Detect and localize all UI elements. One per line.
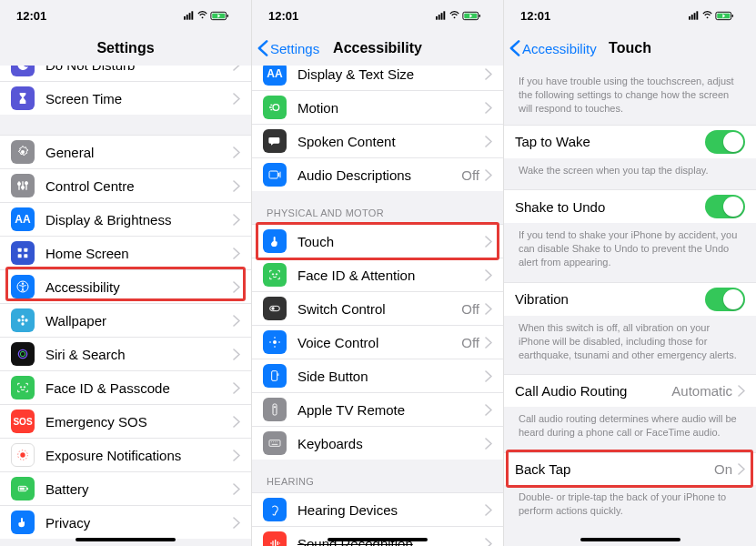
svg-rect-41 <box>273 404 277 415</box>
svg-point-25 <box>20 387 21 388</box>
back-button[interactable]: Accessibility <box>509 40 597 56</box>
chevron-right-icon <box>485 68 492 80</box>
accessibility-list[interactable]: AA Display & Text Size Motion Spoken Con… <box>252 56 503 546</box>
section-header-physical: PHYSICAL AND MOTOR <box>252 191 503 224</box>
row-siri-search[interactable]: Siri & Search <box>0 338 251 371</box>
row-label: Back Tap <box>515 461 714 477</box>
toggle-on[interactable] <box>705 195 745 218</box>
row-battery[interactable]: Battery <box>0 472 251 506</box>
svg-rect-36 <box>270 306 280 310</box>
chevron-right-icon <box>485 136 492 147</box>
row-sound-recognition[interactable]: Sound Recognition <box>252 527 503 546</box>
chevron-right-icon <box>485 236 492 248</box>
row-apple-tv-remote[interactable]: Apple TV Remote <box>252 393 503 427</box>
row-display-brightness[interactable]: AA Display & Brightness <box>0 203 251 237</box>
row-screen-time[interactable]: Screen Time <box>0 82 251 115</box>
svg-point-17 <box>22 282 24 284</box>
row-voice-control[interactable]: Voice Control Off <box>252 326 503 359</box>
row-label: Emergency SOS <box>45 414 233 430</box>
row-value: Off <box>461 301 479 317</box>
row-call-audio-routing[interactable]: Call Audio Routing Automatic <box>504 374 756 407</box>
back-button[interactable]: Settings <box>257 40 319 56</box>
speech-icon <box>263 129 287 153</box>
ear-icon <box>263 498 287 521</box>
touch-screen: 12:01 Accessibility Touch If you have tr… <box>504 0 756 546</box>
svg-point-34 <box>272 274 273 275</box>
row-side-button[interactable]: Side Button <box>252 359 503 393</box>
row-touch[interactable]: Touch <box>252 224 503 258</box>
settings-list[interactable]: Do Not Disturb Screen Time General Contr… <box>0 47 251 546</box>
row-label: Exposure Notifications <box>45 448 233 463</box>
svg-rect-33 <box>269 171 277 178</box>
status-time: 12:01 <box>268 9 298 23</box>
footer-shake-undo: If you tend to shake your iPhone by acci… <box>504 223 756 277</box>
svg-point-10 <box>22 187 25 189</box>
faceid-icon <box>263 263 287 287</box>
status-bar: 12:01 <box>0 0 251 31</box>
row-keyboards[interactable]: Keyboards <box>252 427 503 460</box>
svg-point-18 <box>22 319 25 322</box>
chevron-right-icon <box>233 93 240 105</box>
exposure-icon <box>11 443 35 467</box>
svg-point-9 <box>18 183 21 186</box>
chevron-right-icon <box>233 382 240 394</box>
accessibility-icon <box>11 275 35 298</box>
svg-rect-30 <box>27 488 28 490</box>
row-label: Apple TV Remote <box>297 402 485 418</box>
row-shake-to-undo[interactable]: Shake to Undo <box>504 189 756 223</box>
intro-text: If you have trouble using the touchscree… <box>504 66 756 125</box>
chevron-right-icon <box>485 303 492 315</box>
row-general[interactable]: General <box>0 135 251 169</box>
row-label: Accessibility <box>45 279 233 295</box>
svg-rect-12 <box>18 248 22 252</box>
svg-point-42 <box>274 406 276 408</box>
row-audio-descriptions[interactable]: Audio Descriptions Off <box>252 158 503 191</box>
wave-icon <box>263 531 287 546</box>
chevron-right-icon <box>485 370 492 382</box>
status-time: 12:01 <box>16 9 46 23</box>
row-home-screen[interactable]: Home Screen <box>0 237 251 270</box>
motion-icon <box>263 96 287 119</box>
row-exposure-notifications[interactable]: Exposure Notifications <box>0 439 251 472</box>
nav-bar: Accessibility Touch <box>504 31 756 66</box>
chevron-right-icon <box>485 102 492 114</box>
voice-icon <box>263 330 287 354</box>
status-icons <box>436 10 487 21</box>
row-emergency-sos[interactable]: SOS Emergency SOS <box>0 405 251 439</box>
sliders-icon <box>11 174 35 197</box>
row-hearing-devices[interactable]: Hearing Devices <box>252 492 503 527</box>
hourglass-icon <box>11 86 35 110</box>
row-wallpaper[interactable]: Wallpaper <box>0 304 251 338</box>
row-vibration[interactable]: Vibration <box>504 282 756 316</box>
row-spoken-content[interactable]: Spoken Content <box>252 125 503 158</box>
chevron-left-icon <box>257 40 268 56</box>
svg-rect-15 <box>24 254 27 258</box>
row-tap-to-wake[interactable]: Tap to Wake <box>504 125 756 158</box>
row-privacy[interactable]: Privacy <box>0 506 251 539</box>
home-indicator[interactable] <box>76 538 176 541</box>
row-faceid-attention[interactable]: Face ID & Attention <box>252 258 503 292</box>
home-indicator[interactable] <box>328 538 428 541</box>
text-size-icon: AA <box>11 207 35 231</box>
row-faceid-passcode[interactable]: Face ID & Passcode <box>0 371 251 405</box>
row-motion[interactable]: Motion <box>252 91 503 125</box>
row-label: Face ID & Passcode <box>45 380 233 396</box>
row-switch-control[interactable]: Switch Control Off <box>252 292 503 326</box>
row-label: Voice Control <box>297 335 461 350</box>
touch-list[interactable]: If you have trouble using the touchscree… <box>504 66 756 546</box>
row-back-tap[interactable]: Back Tap On <box>504 452 756 485</box>
row-value: Off <box>461 167 479 183</box>
row-accessibility[interactable]: Accessibility <box>0 270 251 304</box>
home-indicator[interactable] <box>580 538 680 541</box>
settings-screen: 12:01 Settings Do Not Disturb Screen Tim… <box>0 0 252 546</box>
toggle-on[interactable] <box>705 130 745 154</box>
footer-tap-wake: Wake the screen when you tap the display… <box>504 158 756 185</box>
row-control-centre[interactable]: Control Centre <box>0 169 251 203</box>
row-value: Off <box>461 335 479 350</box>
toggle-on[interactable] <box>705 288 745 311</box>
chevron-right-icon <box>233 214 240 226</box>
row-label: Face ID & Attention <box>297 268 485 283</box>
svg-point-24 <box>20 351 25 356</box>
nav-title: Settings <box>96 40 154 56</box>
svg-point-19 <box>21 315 24 318</box>
